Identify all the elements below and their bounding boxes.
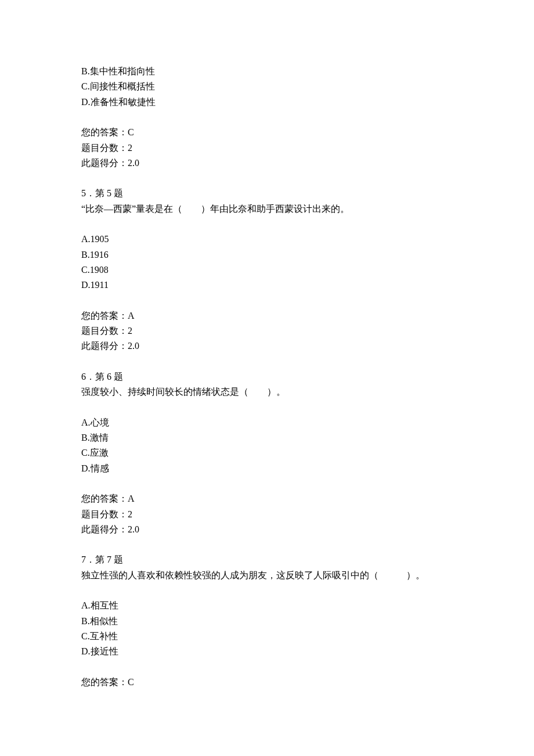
q5-got-label: 此题得分：2.0 [81,339,453,354]
q5-option-b: B.1916 [81,247,453,262]
question-4-result: 您的答案：C 题目分数：2 此题得分：2.0 [81,125,453,171]
question-5-header: 5．第 5 题 “比奈—西蒙”量表是在（ ）年由比奈和助手西蒙设计出来的。 [81,186,453,217]
q7-your-answer: 您的答案：C [81,675,453,690]
document-page: B.集中性和指向性 C.间接性和概括性 D.准备性和敏捷性 您的答案：C 题目分… [0,0,534,740]
q7-option-a: A.相互性 [81,598,453,613]
q4-score-label: 题目分数：2 [81,141,453,156]
q4-your-answer: 您的答案：C [81,125,453,140]
q7-option-b: B.相似性 [81,614,453,629]
question-6-options: A.心境 B.激情 C.应激 D.情感 [81,415,453,477]
q6-option-a: A.心境 [81,415,453,430]
q6-score-label: 题目分数：2 [81,507,453,522]
q6-option-b: B.激情 [81,430,453,445]
q6-heading: 6．第 6 题 [81,369,453,384]
q5-stem: “比奈—西蒙”量表是在（ ）年由比奈和助手西蒙设计出来的。 [81,201,453,217]
q7-option-d: D.接近性 [81,644,453,659]
q6-option-d: D.情感 [81,461,453,476]
q7-option-c: C.互补性 [81,629,453,644]
q6-your-answer: 您的答案：A [81,491,453,506]
question-5-result: 您的答案：A 题目分数：2 此题得分：2.0 [81,308,453,354]
q6-option-c: C.应激 [81,445,453,460]
q7-heading: 7．第 7 题 [81,552,453,567]
q5-score-label: 题目分数：2 [81,323,453,339]
q6-stem: 强度较小、持续时间较长的情绪状态是（ ）。 [81,384,453,399]
q4-option-b: B.集中性和指向性 [81,64,453,79]
question-7-result: 您的答案：C [81,675,453,690]
q6-got-label: 此题得分：2.0 [81,522,453,537]
q5-option-d: D.1911 [81,278,453,293]
q7-stem: 独立性强的人喜欢和依赖性较强的人成为朋友，这反映了人际吸引中的（ ）。 [81,568,453,583]
q5-heading: 5．第 5 题 [81,186,453,201]
q4-option-c: C.间接性和概括性 [81,79,453,94]
question-6-result: 您的答案：A 题目分数：2 此题得分：2.0 [81,491,453,537]
question-6-header: 6．第 6 题 强度较小、持续时间较长的情绪状态是（ ）。 [81,369,453,400]
q4-option-d: D.准备性和敏捷性 [81,95,453,110]
question-7-header: 7．第 7 题 独立性强的人喜欢和依赖性较强的人成为朋友，这反映了人际吸引中的（… [81,552,453,583]
q5-option-c: C.1908 [81,262,453,278]
q5-option-a: A.1905 [81,232,453,247]
question-5-options: A.1905 B.1916 C.1908 D.1911 [81,232,453,293]
q4-got-label: 此题得分：2.0 [81,156,453,171]
question-7-options: A.相互性 B.相似性 C.互补性 D.接近性 [81,598,453,660]
q5-your-answer: 您的答案：A [81,308,453,323]
question-4-options-tail: B.集中性和指向性 C.间接性和概括性 D.准备性和敏捷性 [81,64,453,110]
